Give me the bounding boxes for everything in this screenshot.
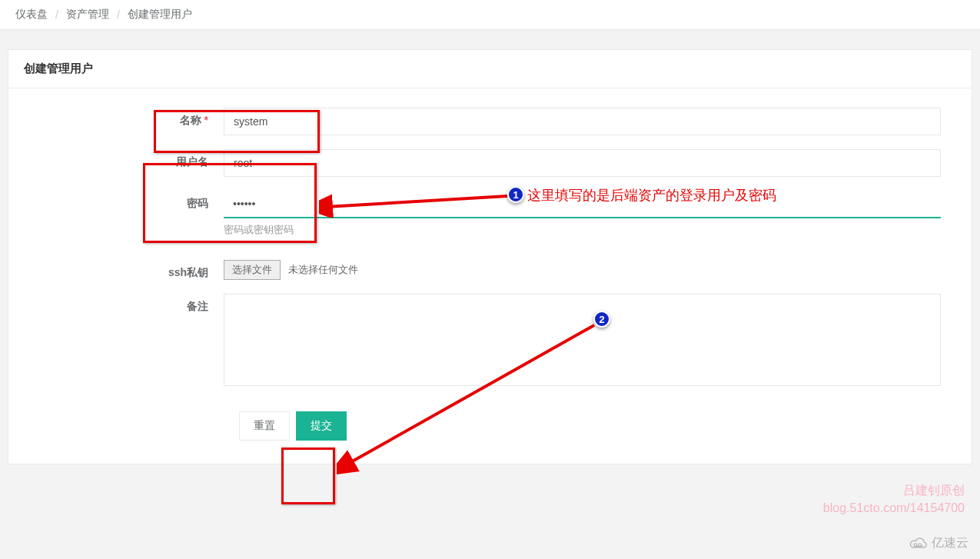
breadcrumb-current: 创建管理用户 [128, 8, 192, 22]
watermark-site-text: 亿速云 [932, 535, 968, 551]
file-choose-button[interactable]: 选择文件 [224, 260, 281, 280]
watermark-author-line2: blog.51cto.com/14154700 [823, 500, 965, 517]
password-help: 密码或密钥密码 [224, 223, 941, 237]
file-status-text: 未选择任何文件 [288, 264, 358, 275]
username-input[interactable] [224, 149, 941, 177]
sshkey-label: ssh私钥 [24, 260, 224, 280]
cloud-icon [909, 536, 929, 551]
remark-textarea[interactable] [224, 294, 941, 386]
breadcrumb: 仪表盘 / 资产管理 / 创建管理用户 [0, 0, 980, 30]
password-label: 密码 [24, 191, 224, 211]
breadcrumb-sep: / [117, 8, 120, 21]
marker-2: 2 [593, 311, 610, 328]
form-panel: 创建管理用户 名称 用户名 密码 密码或密钥密码 [8, 49, 972, 464]
reset-button[interactable]: 重置 [239, 411, 290, 441]
breadcrumb-dashboard[interactable]: 仪表盘 [15, 8, 48, 22]
breadcrumb-sep: / [55, 8, 58, 21]
panel-title: 创建管理用户 [8, 50, 972, 88]
watermark-author-line1: 吕建钊原创 [823, 482, 965, 499]
username-label: 用户名 [24, 149, 224, 169]
name-input[interactable] [224, 108, 941, 135]
submit-button[interactable]: 提交 [296, 411, 347, 441]
name-label: 名称 [24, 108, 224, 128]
marker-1: 1 [507, 186, 524, 203]
watermark-site: 亿速云 [909, 535, 968, 551]
watermark-author: 吕建钊原创 blog.51cto.com/14154700 [823, 482, 965, 517]
breadcrumb-asset-mgmt[interactable]: 资产管理 [66, 8, 109, 22]
annotation-text-1: 这里填写的是后端资产的登录用户及密码 [527, 186, 776, 205]
remark-label: 备注 [24, 294, 224, 314]
